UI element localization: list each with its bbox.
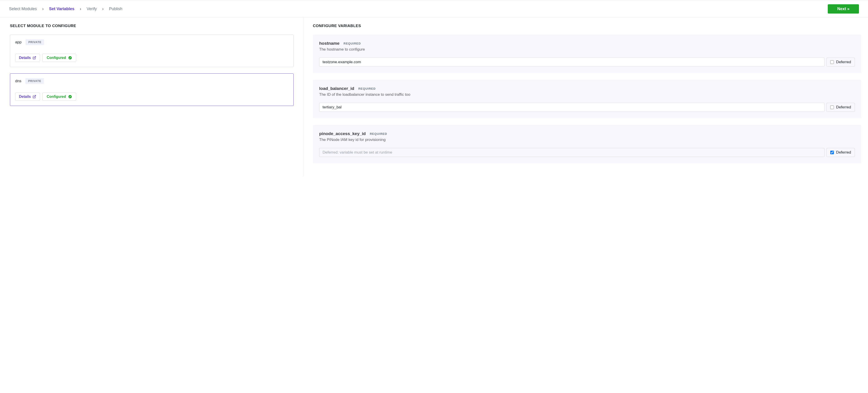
variable-input[interactable] [319,58,825,67]
variable-input-row: Deferred [319,148,855,157]
module-card-app[interactable]: app PRIVATE Details Configured [10,35,293,67]
deferred-checkbox[interactable] [830,151,834,154]
details-label: Details [19,95,31,99]
details-label: Details [19,56,31,60]
module-actions: Details Configured [15,93,288,101]
module-sidebar: SELECT MODULE TO CONFIGURE app PRIVATE D… [0,18,304,176]
deferred-checkbox[interactable] [830,105,834,109]
variable-name: pinode_access_key_id [319,131,366,136]
variable-input-row: Deferred [319,103,855,112]
variables-panel: CONFIGURE VARIABLES hostname REQUIRED Th… [304,18,868,176]
variable-name: hostname [319,41,340,46]
details-button[interactable]: Details [15,54,40,62]
external-link-icon [33,95,36,98]
deferred-checkbox[interactable] [830,60,834,64]
variable-card-hostname: hostname REQUIRED The hostname to config… [313,35,861,73]
svg-line-2 [34,95,36,97]
right-section-title: CONFIGURE VARIABLES [313,24,861,28]
variable-card-pinode-access-key-id: pinode_access_key_id REQUIRED The PiNode… [313,125,861,163]
variable-input[interactable] [319,103,825,112]
deferred-label: Deferred [836,60,851,64]
variable-input [319,148,825,157]
left-section-title: SELECT MODULE TO CONFIGURE [10,24,293,28]
module-card-dns[interactable]: dns PRIVATE Details Configured [10,73,293,106]
configured-status-button[interactable]: Configured [42,54,76,62]
breadcrumb: Select Modules › Set Variables › Verify … [9,6,122,11]
external-link-icon [33,56,36,60]
module-name: app [15,40,22,44]
variable-name: load_balancer_id [319,86,354,91]
variable-input-row: Deferred [319,58,855,67]
deferred-toggle[interactable]: Deferred [827,103,855,112]
crumb-set-variables[interactable]: Set Variables [49,6,74,11]
chevron-right-icon: › [42,6,43,11]
required-badge: REQUIRED [370,132,387,135]
deferred-toggle[interactable]: Deferred [827,148,855,157]
chevron-right-icon: › [102,6,103,11]
configured-status-button[interactable]: Configured [42,93,76,101]
chevron-right-icon: › [80,6,81,11]
module-actions: Details Configured [15,54,288,62]
next-button-label: Next » [837,6,849,11]
check-circle-icon [68,95,72,98]
module-head: dns PRIVATE [15,78,288,84]
main-content: SELECT MODULE TO CONFIGURE app PRIVATE D… [0,18,868,176]
deferred-toggle[interactable]: Deferred [827,58,855,67]
variable-card-load-balancer-id: load_balancer_id REQUIRED The ID of the … [313,80,861,118]
visibility-badge: PRIVATE [26,39,44,45]
next-button[interactable]: Next » [828,4,859,13]
configured-label: Configured [46,95,66,99]
check-circle-icon [68,56,72,60]
deferred-label: Deferred [836,150,851,155]
svg-line-0 [34,57,36,58]
crumb-verify[interactable]: Verify [87,6,97,11]
variable-description: The hostname to configure [319,47,855,52]
crumb-select-modules[interactable]: Select Modules [9,6,37,11]
module-head: app PRIVATE [15,39,288,45]
variable-head: hostname REQUIRED [319,41,855,46]
required-badge: REQUIRED [358,87,376,90]
crumb-publish[interactable]: Publish [109,6,122,11]
visibility-badge: PRIVATE [25,78,44,84]
configured-label: Configured [46,56,66,60]
module-name: dns [15,79,21,83]
required-badge: REQUIRED [344,42,361,45]
variable-head: load_balancer_id REQUIRED [319,86,855,91]
variable-description: The ID of the loadbalancer instance to s… [319,92,855,97]
details-button[interactable]: Details [15,93,40,101]
wizard-topbar: Select Modules › Set Variables › Verify … [0,0,868,18]
deferred-label: Deferred [836,105,851,109]
variable-head: pinode_access_key_id REQUIRED [319,131,855,136]
variable-description: The PiNode IAM key id for provisioning [319,137,855,142]
